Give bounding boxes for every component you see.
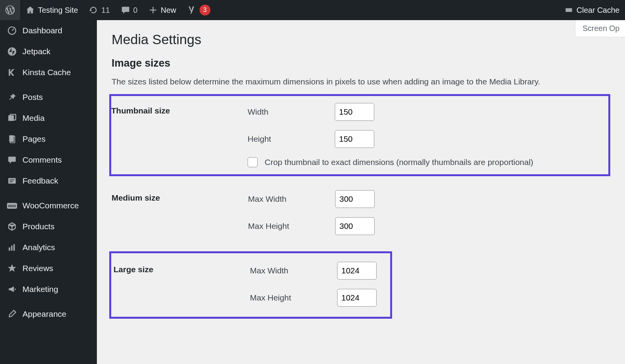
svg-rect-7 bbox=[8, 178, 15, 184]
thumbnail-crop-checkbox[interactable] bbox=[248, 157, 258, 167]
sidebar-item-reviews[interactable]: Reviews bbox=[0, 258, 97, 279]
megaphone-icon bbox=[7, 284, 17, 294]
sidebar-separator bbox=[0, 191, 97, 195]
sidebar-item-feedback[interactable]: Feedback bbox=[0, 170, 97, 191]
yoast-badge: 3 bbox=[200, 5, 210, 15]
analytics-icon bbox=[7, 242, 17, 252]
sidebar-item-woocommerce[interactable]: woo WooCommerce bbox=[0, 195, 97, 216]
site-name: Testing Site bbox=[38, 6, 78, 15]
thumbnail-highlight-box: Thumbnail size Width Height Crop thumbna… bbox=[109, 94, 610, 176]
thumbnail-height-label: Height bbox=[248, 134, 335, 144]
large-maxheight-input[interactable] bbox=[337, 289, 377, 307]
new-label: New bbox=[161, 6, 176, 15]
media-icon bbox=[7, 113, 17, 123]
clear-cache-link[interactable]: Clear Cache bbox=[559, 0, 625, 20]
jetpack-icon bbox=[7, 46, 17, 57]
sidebar-item-label: Comments bbox=[22, 155, 62, 165]
sidebar-item-label: Kinsta Cache bbox=[22, 68, 71, 77]
yoast-link[interactable]: 3 bbox=[182, 0, 216, 20]
large-maxheight-label: Max Height bbox=[250, 293, 337, 302]
sidebar-item-kinsta[interactable]: Kinsta Cache bbox=[0, 62, 97, 83]
svg-rect-10 bbox=[14, 244, 15, 251]
star-icon bbox=[7, 263, 17, 273]
cache-icon bbox=[564, 5, 573, 15]
sidebar-separator bbox=[0, 83, 97, 87]
large-maxwidth-label: Max Width bbox=[250, 266, 337, 275]
yoast-icon bbox=[187, 5, 196, 15]
dashboard-icon bbox=[7, 26, 17, 36]
thumbnail-height-input[interactable] bbox=[335, 130, 374, 148]
sidebar-item-label: WooCommerce bbox=[22, 201, 79, 210]
sidebar-item-label: Dashboard bbox=[22, 26, 62, 35]
sidebar-item-media[interactable]: Media bbox=[0, 108, 97, 129]
sidebar-item-label: Feedback bbox=[22, 176, 58, 185]
updates-link[interactable]: 11 bbox=[83, 0, 115, 20]
pages-icon bbox=[7, 134, 17, 144]
svg-point-2 bbox=[8, 47, 16, 56]
comments-count: 0 bbox=[133, 6, 138, 15]
sidebar-item-pages[interactable]: Pages bbox=[0, 129, 97, 149]
sidebar-item-comments[interactable]: Comments bbox=[0, 149, 97, 170]
sidebar-item-analytics[interactable]: Analytics bbox=[0, 237, 97, 258]
medium-maxwidth-label: Max Width bbox=[248, 194, 335, 204]
sidebar-item-label: Appearance bbox=[22, 309, 66, 319]
thumbnail-heading: Thumbnail size bbox=[111, 96, 243, 174]
section-description: The sizes listed below determine the max… bbox=[112, 77, 610, 86]
sidebar-item-label: Marketing bbox=[22, 285, 58, 294]
medium-maxheight-label: Max Height bbox=[248, 221, 335, 231]
woo-icon: woo bbox=[7, 201, 17, 211]
products-icon bbox=[7, 221, 17, 232]
page-title: Media Settings bbox=[112, 32, 610, 47]
refresh-icon bbox=[89, 5, 98, 15]
thumbnail-crop-label: Crop thumbnail to exact dimensions (norm… bbox=[265, 158, 533, 167]
admin-toolbar: Testing Site 11 0 New 3 Clear Cache bbox=[0, 0, 625, 20]
pin-icon bbox=[7, 92, 17, 102]
sidebar-separator bbox=[0, 300, 97, 304]
svg-rect-9 bbox=[11, 246, 13, 251]
medium-heading: Medium size bbox=[112, 183, 243, 251]
sidebar-item-appearance[interactable]: Appearance bbox=[0, 304, 97, 325]
sidebar-item-label: Analytics bbox=[22, 243, 55, 252]
home-icon bbox=[26, 5, 35, 15]
svg-rect-0 bbox=[565, 8, 572, 12]
clear-cache-label: Clear Cache bbox=[577, 6, 620, 15]
svg-rect-8 bbox=[9, 247, 10, 251]
updates-count: 11 bbox=[101, 6, 110, 15]
sidebar-item-posts[interactable]: Posts bbox=[0, 87, 97, 108]
wp-logo-link[interactable] bbox=[0, 0, 20, 20]
site-name-link[interactable]: Testing Site bbox=[20, 0, 83, 20]
medium-maxheight-input[interactable] bbox=[335, 217, 375, 235]
sidebar-item-dashboard[interactable]: Dashboard bbox=[0, 20, 97, 41]
screen-options-button[interactable]: Screen Op bbox=[575, 20, 625, 37]
comments-icon bbox=[7, 155, 17, 165]
wordpress-icon bbox=[5, 5, 15, 15]
kinsta-icon bbox=[7, 67, 17, 77]
section-title: Image sizes bbox=[112, 57, 610, 69]
large-highlight-box: Large size Max Width Max Height bbox=[109, 251, 392, 319]
thumbnail-width-input[interactable] bbox=[335, 103, 374, 121]
sidebar-item-label: Posts bbox=[22, 93, 43, 102]
feedback-icon bbox=[7, 176, 17, 186]
sidebar-item-products[interactable]: Products bbox=[0, 216, 97, 237]
admin-sidebar: Dashboard Jetpack Kinsta Cache Posts Med… bbox=[0, 20, 97, 364]
appearance-icon bbox=[7, 309, 17, 319]
sidebar-item-label: Pages bbox=[22, 134, 46, 144]
large-heading: Large size bbox=[114, 255, 245, 315]
plus-icon bbox=[148, 5, 158, 15]
large-maxwidth-input[interactable] bbox=[337, 262, 377, 280]
comments-link[interactable]: 0 bbox=[115, 0, 143, 20]
comment-icon bbox=[121, 5, 130, 15]
main-content: Screen Op Media Settings Image sizes The… bbox=[97, 20, 625, 339]
sidebar-item-label: Products bbox=[22, 222, 55, 231]
sidebar-item-label: Reviews bbox=[22, 264, 53, 273]
sidebar-item-jetpack[interactable]: Jetpack bbox=[0, 41, 97, 62]
medium-maxwidth-input[interactable] bbox=[335, 190, 375, 208]
new-content-link[interactable]: New bbox=[143, 0, 182, 20]
sidebar-item-label: Jetpack bbox=[22, 47, 50, 56]
thumbnail-width-label: Width bbox=[248, 107, 335, 117]
sidebar-item-label: Media bbox=[22, 113, 45, 123]
sidebar-item-marketing[interactable]: Marketing bbox=[0, 279, 97, 300]
